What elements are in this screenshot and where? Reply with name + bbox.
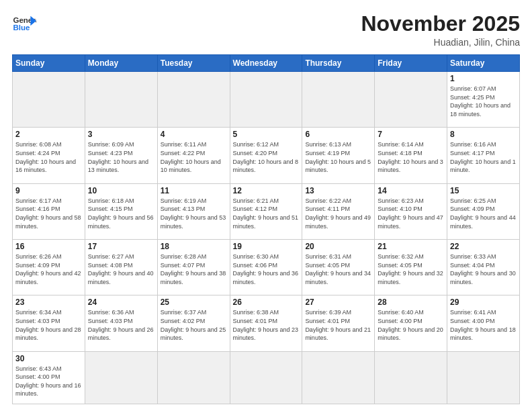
svg-text:Blue: Blue [13, 24, 30, 32]
col-sunday: Sunday [13, 55, 85, 72]
day-4: 4 Sunrise: 6:11 AMSunset: 4:22 PMDayligh… [157, 128, 230, 183]
col-tuesday: Tuesday [157, 55, 230, 72]
empty-cell [157, 72, 230, 128]
empty-cell [302, 72, 375, 128]
title-block: November 2025 Huadian, Jilin, China [361, 12, 520, 48]
day-29: 29 Sunrise: 6:41 AMSunset: 4:00 PMDaylig… [447, 295, 520, 351]
day-5: 5 Sunrise: 6:12 AMSunset: 4:20 PMDayligh… [230, 128, 302, 183]
empty-cell [85, 72, 157, 128]
day-11: 11 Sunrise: 6:19 AMSunset: 4:13 PMDaylig… [157, 183, 230, 239]
day-2: 2 Sunrise: 6:08 AMSunset: 4:24 PMDayligh… [13, 128, 85, 183]
empty-cell [375, 72, 447, 128]
col-wednesday: Wednesday [230, 55, 302, 72]
empty-cell [157, 351, 230, 404]
calendar-row-2: 2 Sunrise: 6:08 AMSunset: 4:24 PMDayligh… [13, 128, 520, 183]
day-12: 12 Sunrise: 6:21 AMSunset: 4:12 PMDaylig… [230, 183, 302, 239]
day-18: 18 Sunrise: 6:28 AMSunset: 4:07 PMDaylig… [157, 240, 230, 295]
empty-cell [230, 72, 302, 128]
day-25: 25 Sunrise: 6:37 AMSunset: 4:02 PMDaylig… [157, 295, 230, 351]
day-13: 13 Sunrise: 6:22 AMSunset: 4:11 PMDaylig… [302, 183, 375, 239]
day-20: 20 Sunrise: 6:31 AMSunset: 4:05 PMDaylig… [302, 240, 375, 295]
logo: General Blue [12, 12, 36, 36]
day-8: 8 Sunrise: 6:16 AMSunset: 4:17 PMDayligh… [447, 128, 520, 183]
header: General Blue November 2025 Huadian, Jili… [12, 12, 520, 48]
day-7: 7 Sunrise: 6:14 AMSunset: 4:18 PMDayligh… [375, 128, 447, 183]
day-24: 24 Sunrise: 6:36 AMSunset: 4:03 PMDaylig… [85, 295, 157, 351]
day-15: 15 Sunrise: 6:25 AMSunset: 4:09 PMDaylig… [447, 183, 520, 239]
day-28: 28 Sunrise: 6:40 AMSunset: 4:00 PMDaylig… [375, 295, 447, 351]
col-friday: Friday [375, 55, 447, 72]
calendar-header-row: Sunday Monday Tuesday Wednesday Thursday… [13, 55, 520, 72]
location: Huadian, Jilin, China [361, 37, 520, 48]
empty-cell [85, 351, 157, 404]
day-21: 21 Sunrise: 6:32 AMSunset: 4:05 PMDaylig… [375, 240, 447, 295]
day-17: 17 Sunrise: 6:27 AMSunset: 4:08 PMDaylig… [85, 240, 157, 295]
empty-cell [13, 72, 85, 128]
empty-cell [302, 351, 375, 404]
page: General Blue November 2025 Huadian, Jili… [0, 0, 532, 411]
day-9: 9 Sunrise: 6:17 AMSunset: 4:16 PMDayligh… [13, 183, 85, 239]
day-27: 27 Sunrise: 6:39 AMSunset: 4:01 PMDaylig… [302, 295, 375, 351]
calendar: Sunday Monday Tuesday Wednesday Thursday… [12, 54, 520, 404]
calendar-row-4: 16 Sunrise: 6:26 AMSunset: 4:09 PMDaylig… [13, 240, 520, 295]
empty-cell [447, 351, 520, 404]
day-10: 10 Sunrise: 6:18 AMSunset: 4:15 PMDaylig… [85, 183, 157, 239]
day-19: 19 Sunrise: 6:30 AMSunset: 4:06 PMDaylig… [230, 240, 302, 295]
empty-cell [375, 351, 447, 404]
col-saturday: Saturday [447, 55, 520, 72]
day-6: 6 Sunrise: 6:13 AMSunset: 4:19 PMDayligh… [302, 128, 375, 183]
day-3: 3 Sunrise: 6:09 AMSunset: 4:23 PMDayligh… [85, 128, 157, 183]
month-title: November 2025 [361, 12, 520, 36]
logo-icon: General Blue [12, 12, 36, 36]
day-14: 14 Sunrise: 6:23 AMSunset: 4:10 PMDaylig… [375, 183, 447, 239]
col-thursday: Thursday [302, 55, 375, 72]
calendar-row-3: 9 Sunrise: 6:17 AMSunset: 4:16 PMDayligh… [13, 183, 520, 239]
col-monday: Monday [85, 55, 157, 72]
calendar-row-6: 30 Sunrise: 6:43 AMSunset: 4:00 PMDaylig… [13, 351, 520, 404]
day-22: 22 Sunrise: 6:33 AMSunset: 4:04 PMDaylig… [447, 240, 520, 295]
day-30: 30 Sunrise: 6:43 AMSunset: 4:00 PMDaylig… [13, 351, 85, 404]
day-1: 1 Sunrise: 6:07 AMSunset: 4:25 PMDayligh… [447, 72, 520, 128]
day-16: 16 Sunrise: 6:26 AMSunset: 4:09 PMDaylig… [13, 240, 85, 295]
day-26: 26 Sunrise: 6:38 AMSunset: 4:01 PMDaylig… [230, 295, 302, 351]
day-23: 23 Sunrise: 6:34 AMSunset: 4:03 PMDaylig… [13, 295, 85, 351]
calendar-row-1: 1 Sunrise: 6:07 AMSunset: 4:25 PMDayligh… [13, 72, 520, 128]
calendar-row-5: 23 Sunrise: 6:34 AMSunset: 4:03 PMDaylig… [13, 295, 520, 351]
empty-cell [230, 351, 302, 404]
